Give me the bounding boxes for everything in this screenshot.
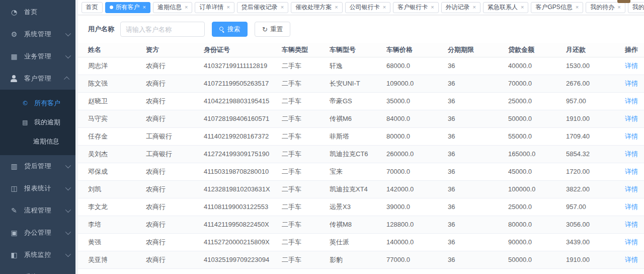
detail-link[interactable]: 详情 bbox=[625, 97, 638, 105]
tab[interactable]: 我的待办× bbox=[586, 2, 625, 13]
tab[interactable]: 所有客户× bbox=[105, 2, 150, 13]
cell-name: 吴刘杰 bbox=[78, 145, 146, 163]
sidebar-item-label: 业务管理 bbox=[24, 52, 65, 61]
sidebar-item-label: 系统管理 bbox=[24, 30, 65, 39]
sidebar-item[interactable]: ◧ 系统监控 bbox=[0, 244, 75, 266]
cell-funder: 农商行 bbox=[146, 57, 204, 75]
tab[interactable]: 公司银行卡× bbox=[345, 2, 390, 13]
sidebar-item-label: 贷后管理 bbox=[24, 162, 65, 171]
cell-vehicle-model: 宝来 bbox=[330, 163, 386, 180]
tab[interactable]: 外访记录× bbox=[441, 2, 480, 13]
cell-id-number: 410327199111112819 bbox=[204, 57, 282, 75]
tab[interactable]: 客户银行卡× bbox=[393, 2, 438, 13]
search-button-label: 搜索 bbox=[227, 25, 240, 34]
card-icon: ▤ bbox=[21, 119, 29, 126]
column-header: 分期期限 bbox=[448, 43, 508, 57]
cell-vehicle-price: 35000.0 bbox=[386, 92, 448, 110]
reset-button[interactable]: ↻ 重置 bbox=[255, 22, 290, 37]
detail-link[interactable]: 详情 bbox=[625, 115, 638, 122]
cell-name: 李文龙 bbox=[78, 198, 146, 216]
detail-link[interactable]: 详情 bbox=[625, 168, 638, 175]
close-icon[interactable]: × bbox=[431, 5, 434, 10]
cell-vehicle-type: 二手车 bbox=[282, 216, 330, 233]
cell-vehicle-model: 轩逸 bbox=[330, 57, 386, 75]
tab[interactable]: 客户GPS信息× bbox=[531, 2, 583, 13]
tab-label: 公司银行卡 bbox=[350, 3, 380, 12]
close-icon[interactable]: × bbox=[226, 5, 229, 10]
detail-link[interactable]: 详情 bbox=[625, 256, 638, 263]
table-row: 刘志强 农商行 二手车 大众 36 bbox=[78, 268, 644, 273]
avatar[interactable] bbox=[617, 0, 630, 3]
cell-vehicle-model: 远景X3 bbox=[330, 198, 386, 216]
close-icon[interactable]: × bbox=[143, 5, 146, 10]
cell-term: 36 bbox=[448, 145, 508, 163]
sidebar-subitem[interactable]: ▤ 我的逾期 bbox=[0, 113, 75, 132]
cell-vehicle-price: 68000.0 bbox=[386, 57, 448, 75]
detail-link[interactable]: 详情 bbox=[625, 203, 638, 211]
close-icon[interactable]: × bbox=[617, 5, 620, 10]
sidebar-item[interactable]: ✎ 流程管理 bbox=[0, 199, 75, 222]
detail-link[interactable]: 详情 bbox=[625, 62, 638, 70]
cell-monthly-payment: 3439.00 bbox=[566, 233, 621, 251]
cell-vehicle-price: 84000.0 bbox=[386, 110, 448, 127]
sidebar-subitem[interactable]: © 所有客户 bbox=[0, 94, 75, 113]
close-icon[interactable]: × bbox=[576, 5, 579, 10]
main-content: 首页×所有客户×逾期信息×订单详情×贷后催收记录×催收处理方案×公司银行卡×客户… bbox=[75, 0, 644, 274]
sidebar-subitem[interactable]: 逾期信息 bbox=[0, 132, 75, 151]
tab[interactable]: 逾期信息× bbox=[153, 2, 192, 13]
sidebar-item[interactable]: ⚙ 系统管理 bbox=[0, 23, 75, 45]
sidebar-item[interactable]: ▣ 办公管理 bbox=[0, 222, 75, 244]
cell-monthly-payment: 957.00 bbox=[566, 198, 621, 216]
cell-name: 刘凯 bbox=[78, 180, 146, 198]
chevron-down-icon bbox=[65, 31, 71, 36]
sidebar-item-label: 系统监控 bbox=[24, 250, 65, 259]
cell-monthly-payment: 5854.32 bbox=[566, 145, 621, 163]
cell-vehicle-model: 长安UNI-T bbox=[330, 75, 386, 92]
sidebar-item[interactable]: ◫ 报表统计 bbox=[0, 177, 75, 199]
cell-vehicle-price bbox=[386, 268, 448, 273]
cell-monthly-payment bbox=[566, 268, 621, 273]
detail-link[interactable]: 详情 bbox=[625, 238, 638, 246]
tab[interactable]: 紧急联系人× bbox=[483, 2, 528, 13]
detail-link[interactable]: 详情 bbox=[625, 221, 638, 228]
close-icon[interactable]: × bbox=[335, 5, 338, 10]
sidebar-item[interactable]: 客户管理 bbox=[0, 67, 75, 90]
detail-link[interactable]: 详情 bbox=[625, 185, 638, 193]
close-icon[interactable]: × bbox=[281, 5, 284, 10]
cell-name: 邓保成 bbox=[78, 163, 146, 180]
table-row: 黄强 农商行 41152720000215809X 二手车 英仕派 140000… bbox=[78, 233, 644, 251]
search-button[interactable]: 搜索 bbox=[212, 22, 248, 37]
cell-vehicle-model: 影豹 bbox=[330, 251, 386, 268]
cell-loan-amount: 45000.0 bbox=[508, 163, 566, 180]
cell-name: 吴亚博 bbox=[78, 251, 146, 268]
cell-id-number: 41142119950822450X bbox=[204, 216, 282, 233]
cell-loan-amount: 100000.0 bbox=[508, 180, 566, 198]
close-icon[interactable]: × bbox=[473, 5, 476, 10]
cell-id-number: 411503198708280010 bbox=[204, 163, 282, 180]
tab[interactable]: 首页× bbox=[82, 2, 103, 13]
detail-link[interactable]: 详情 bbox=[625, 150, 638, 158]
detail-link[interactable]: 详情 bbox=[625, 132, 638, 140]
close-icon[interactable]: × bbox=[185, 5, 188, 10]
cell-id-number: 411402199208167372 bbox=[204, 127, 282, 145]
cell-id-number: 410728198406160571 bbox=[204, 110, 282, 127]
tab-label: 我的流程 bbox=[632, 3, 644, 12]
column-header: 月还款 bbox=[566, 43, 621, 57]
sidebar-item[interactable]: ⚒ 系统工具 bbox=[0, 266, 75, 274]
tab-label: 所有客户 bbox=[116, 3, 140, 12]
sidebar-item[interactable]: ▦ 业务管理 bbox=[0, 45, 75, 67]
cell-vehicle-price: 140000.0 bbox=[386, 233, 448, 251]
chevron-down-icon bbox=[65, 251, 71, 257]
cell-monthly-payment: 1720.00 bbox=[566, 163, 621, 180]
tab[interactable]: 催收处理方案× bbox=[291, 2, 342, 13]
cell-vehicle-price: 80000.0 bbox=[386, 127, 448, 145]
tab[interactable]: 贷后催收记录× bbox=[237, 2, 288, 13]
close-icon[interactable]: × bbox=[521, 5, 524, 10]
tab[interactable]: 我的流程× bbox=[628, 2, 644, 13]
close-icon[interactable]: × bbox=[383, 5, 386, 10]
sidebar-item[interactable]: ▥ 贷后管理 bbox=[0, 155, 75, 177]
sidebar-item[interactable]: ◔ 首页 bbox=[0, 1, 75, 23]
tab[interactable]: 订单详情× bbox=[195, 2, 234, 13]
detail-link[interactable]: 详情 bbox=[625, 80, 638, 87]
search-input[interactable] bbox=[120, 22, 205, 37]
